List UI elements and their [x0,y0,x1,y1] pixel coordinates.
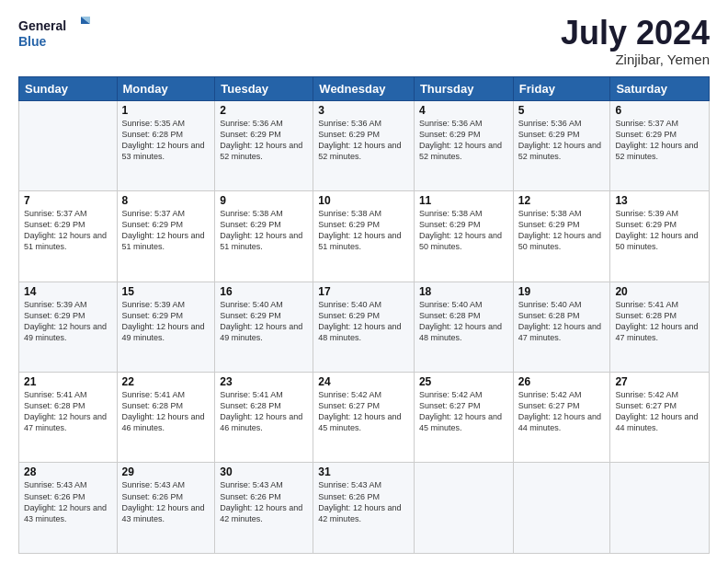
day-number: 23 [220,375,308,388]
cell-details: Sunrise: 5:37 AMSunset: 6:29 PMDaylight:… [615,118,704,163]
cell-details: Sunrise: 5:38 AMSunset: 6:29 PMDaylight:… [419,208,508,253]
cell-details: Sunrise: 5:40 AMSunset: 6:28 PMDaylight:… [518,299,606,344]
col-tuesday: Tuesday [215,76,313,100]
day-number: 21 [24,375,112,388]
table-row [414,463,513,554]
table-row: 10Sunrise: 5:38 AMSunset: 6:29 PMDayligh… [313,191,415,282]
col-wednesday: Wednesday [313,76,415,100]
table-row: 31Sunrise: 5:43 AMSunset: 6:26 PMDayligh… [313,463,415,554]
cell-details: Sunrise: 5:36 AMSunset: 6:29 PMDaylight:… [518,118,606,163]
day-number: 26 [518,375,606,388]
table-row: 22Sunrise: 5:41 AMSunset: 6:28 PMDayligh… [117,373,215,463]
table-row: 14Sunrise: 5:39 AMSunset: 6:29 PMDayligh… [19,282,118,372]
table-row: 17Sunrise: 5:40 AMSunset: 6:29 PMDayligh… [313,282,415,372]
day-number: 27 [615,375,704,388]
table-row [19,100,118,190]
table-row [610,463,710,554]
cell-details: Sunrise: 5:40 AMSunset: 6:29 PMDaylight:… [220,299,308,344]
day-number: 25 [419,375,508,388]
table-row: 19Sunrise: 5:40 AMSunset: 6:28 PMDayligh… [513,282,610,372]
day-number: 6 [615,104,704,117]
day-number: 20 [615,285,704,298]
day-number: 22 [122,375,210,388]
day-number: 2 [220,104,308,117]
table-row: 21Sunrise: 5:41 AMSunset: 6:28 PMDayligh… [19,373,118,463]
table-row: 12Sunrise: 5:38 AMSunset: 6:29 PMDayligh… [513,191,610,282]
table-row: 7Sunrise: 5:37 AMSunset: 6:29 PMDaylight… [19,191,118,282]
cell-details: Sunrise: 5:41 AMSunset: 6:28 PMDaylight:… [615,299,704,344]
table-row: 28Sunrise: 5:43 AMSunset: 6:26 PMDayligh… [19,463,118,554]
header: General Blue July 2024 Zinjibar, Yemen [18,15,710,67]
table-row: 27Sunrise: 5:42 AMSunset: 6:27 PMDayligh… [610,373,710,463]
col-sunday: Sunday [19,76,118,100]
calendar-page: General Blue July 2024 Zinjibar, Yemen S… [0,0,728,563]
day-number: 11 [419,194,508,207]
cell-details: Sunrise: 5:36 AMSunset: 6:29 PMDaylight:… [419,118,508,163]
cell-details: Sunrise: 5:35 AMSunset: 6:28 PMDaylight:… [122,118,210,163]
table-row: 23Sunrise: 5:41 AMSunset: 6:28 PMDayligh… [215,373,313,463]
week-row-4: 21Sunrise: 5:41 AMSunset: 6:28 PMDayligh… [19,373,710,463]
cell-details: Sunrise: 5:41 AMSunset: 6:28 PMDaylight:… [122,389,210,434]
table-row: 26Sunrise: 5:42 AMSunset: 6:27 PMDayligh… [513,373,610,463]
col-monday: Monday [117,76,215,100]
location: Zinjibar, Yemen [561,52,710,67]
table-row: 6Sunrise: 5:37 AMSunset: 6:29 PMDaylight… [610,100,710,190]
table-row: 11Sunrise: 5:38 AMSunset: 6:29 PMDayligh… [414,191,513,282]
cell-details: Sunrise: 5:36 AMSunset: 6:29 PMDaylight:… [318,118,409,163]
table-row [513,463,610,554]
svg-text:General: General [18,18,66,33]
cell-details: Sunrise: 5:42 AMSunset: 6:27 PMDaylight:… [615,389,704,434]
table-row: 30Sunrise: 5:43 AMSunset: 6:26 PMDayligh… [215,463,313,554]
day-number: 14 [24,285,112,298]
day-number: 1 [122,104,210,117]
cell-details: Sunrise: 5:39 AMSunset: 6:29 PMDaylight:… [615,208,704,253]
day-number: 16 [220,285,308,298]
day-number: 13 [615,194,704,207]
day-number: 17 [318,285,409,298]
cell-details: Sunrise: 5:38 AMSunset: 6:29 PMDaylight:… [220,208,308,253]
table-row: 2Sunrise: 5:36 AMSunset: 6:29 PMDaylight… [215,100,313,190]
svg-text:Blue: Blue [18,34,47,49]
cell-details: Sunrise: 5:39 AMSunset: 6:29 PMDaylight:… [122,299,210,344]
cell-details: Sunrise: 5:42 AMSunset: 6:27 PMDaylight:… [518,389,606,434]
cell-details: Sunrise: 5:40 AMSunset: 6:28 PMDaylight:… [419,299,508,344]
cell-details: Sunrise: 5:37 AMSunset: 6:29 PMDaylight:… [122,208,210,253]
col-thursday: Thursday [414,76,513,100]
day-number: 8 [122,194,210,207]
month-title: July 2024 [561,15,710,52]
logo: General Blue [18,15,92,53]
day-number: 10 [318,194,409,207]
cell-details: Sunrise: 5:43 AMSunset: 6:26 PMDaylight:… [220,479,308,524]
logo-svg: General Blue [18,15,92,53]
day-number: 24 [318,375,409,388]
table-row: 25Sunrise: 5:42 AMSunset: 6:27 PMDayligh… [414,373,513,463]
cell-details: Sunrise: 5:38 AMSunset: 6:29 PMDaylight:… [518,208,606,253]
table-row: 13Sunrise: 5:39 AMSunset: 6:29 PMDayligh… [610,191,710,282]
cell-details: Sunrise: 5:41 AMSunset: 6:28 PMDaylight:… [24,389,112,434]
day-number: 30 [220,465,308,478]
title-block: July 2024 Zinjibar, Yemen [561,15,710,67]
day-number: 7 [24,194,112,207]
table-row: 20Sunrise: 5:41 AMSunset: 6:28 PMDayligh… [610,282,710,372]
cell-details: Sunrise: 5:37 AMSunset: 6:29 PMDaylight:… [24,208,112,253]
day-number: 28 [24,465,112,478]
day-number: 29 [122,465,210,478]
week-row-2: 7Sunrise: 5:37 AMSunset: 6:29 PMDaylight… [19,191,710,282]
cell-details: Sunrise: 5:43 AMSunset: 6:26 PMDaylight:… [122,479,210,524]
table-row: 5Sunrise: 5:36 AMSunset: 6:29 PMDaylight… [513,100,610,190]
table-row: 8Sunrise: 5:37 AMSunset: 6:29 PMDaylight… [117,191,215,282]
day-number: 31 [318,465,409,478]
day-number: 5 [518,104,606,117]
cell-details: Sunrise: 5:43 AMSunset: 6:26 PMDaylight:… [318,479,409,524]
cell-details: Sunrise: 5:41 AMSunset: 6:28 PMDaylight:… [220,389,308,434]
week-row-3: 14Sunrise: 5:39 AMSunset: 6:29 PMDayligh… [19,282,710,372]
table-row: 3Sunrise: 5:36 AMSunset: 6:29 PMDaylight… [313,100,415,190]
day-number: 15 [122,285,210,298]
day-number: 19 [518,285,606,298]
day-number: 3 [318,104,409,117]
table-row: 16Sunrise: 5:40 AMSunset: 6:29 PMDayligh… [215,282,313,372]
cell-details: Sunrise: 5:42 AMSunset: 6:27 PMDaylight:… [318,389,409,434]
cell-details: Sunrise: 5:38 AMSunset: 6:29 PMDaylight:… [318,208,409,253]
day-number: 9 [220,194,308,207]
day-number: 4 [419,104,508,117]
